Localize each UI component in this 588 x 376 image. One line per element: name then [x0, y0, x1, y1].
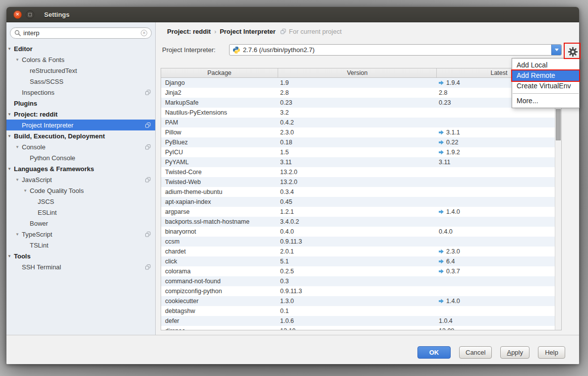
tree-item-typescript[interactable]: ▼TypeScript — [6, 229, 155, 240]
collapse-arrow-icon[interactable]: ▼ — [15, 178, 22, 182]
collapse-arrow-icon[interactable]: ▼ — [7, 47, 14, 51]
column-header-version[interactable]: Version — [278, 68, 437, 77]
table-row-colorama[interactable]: colorama0.2.50.3.7 — [161, 266, 561, 276]
interpreter-gear-button[interactable] — [566, 45, 579, 58]
chevron-down-icon — [555, 49, 559, 51]
tree-item-jscs[interactable]: JSCS — [6, 196, 155, 207]
tree-item-label: Inspections — [22, 89, 55, 96]
cell-version: 0.23 — [278, 99, 437, 106]
collapse-arrow-icon[interactable]: ▼ — [15, 232, 22, 237]
table-row-pyyaml[interactable]: PyYAML3.113.11 — [161, 157, 561, 167]
cell-package: Pillow — [161, 129, 278, 136]
cell-package: argparse — [161, 208, 278, 215]
table-row-pybluez[interactable]: PyBluez0.180.22 — [161, 137, 561, 147]
table-row-defer[interactable]: defer1.0.61.0.4 — [161, 316, 561, 326]
settings-sidebar: ✕ ▼Editor▼Colors & FontsreStructuredText… — [6, 22, 156, 335]
menu-item-add-local[interactable]: Add Local — [512, 60, 579, 70]
menu-item-create-virtualenv[interactable]: Create VirtualEnv — [512, 81, 579, 91]
table-row-binaryornot[interactable]: binaryornot0.4.00.4.0 — [161, 227, 561, 237]
collapse-arrow-icon[interactable]: ▼ — [7, 134, 14, 138]
for-current-project-label: For current project — [289, 28, 342, 35]
table-row-chardet[interactable]: chardet2.0.12.3.0 — [161, 247, 561, 256]
scrollbar-thumb[interactable] — [556, 109, 561, 140]
search-box[interactable]: ✕ — [10, 27, 152, 39]
table-row-jinja2[interactable]: Jinja22.82.8 — [161, 88, 561, 98]
tree-item-ssh-terminal[interactable]: SSH Terminal — [6, 261, 155, 272]
tree-item-code-quality-tools[interactable]: ▼Code Quality Tools — [6, 185, 155, 196]
tree-item-languages-frameworks[interactable]: ▼Languages & Frameworks — [6, 163, 155, 174]
tree-item-project-reddit[interactable]: ▼Project: reddit — [6, 109, 155, 120]
menu-item-more[interactable]: More... — [512, 96, 579, 106]
tree-item-restructuredtext[interactable]: reStructuredText — [6, 65, 155, 76]
table-row-cookiecutter[interactable]: cookiecutter1.3.01.4.0 — [161, 296, 561, 306]
tree-item-plugins[interactable]: Plugins — [6, 98, 155, 109]
table-row-backports-ssl-match-hostname[interactable]: backports.ssl-match-hostname3.4.0.2 — [161, 217, 561, 227]
cell-version: 3.4.0.2 — [278, 218, 437, 225]
menu-item-add-remote[interactable]: Add Remote — [512, 70, 579, 81]
search-input[interactable] — [23, 29, 141, 37]
table-row-command-not-found[interactable]: command-not-found0.3 — [161, 276, 561, 286]
table-row-pam[interactable]: PAM0.4.2 — [161, 118, 561, 127]
menu-separator — [513, 93, 579, 94]
tree-item-label: JSCS — [38, 198, 54, 205]
cell-package: Jinja2 — [161, 89, 278, 96]
collapse-arrow-icon[interactable]: ▼ — [23, 188, 30, 193]
combobox-dropdown-button[interactable] — [551, 45, 561, 55]
tree-item-label: JavaScript — [22, 176, 52, 184]
tree-item-label: Project: reddit — [14, 111, 58, 118]
tree-item-tools[interactable]: ▼Tools — [6, 251, 155, 261]
settings-dialog: ✕ Settings ✕ ▼Editor▼Colors & FontsreStr… — [6, 7, 579, 364]
table-row-nautilus-pyextensions[interactable]: Nautilus-PyExtensions3.2 — [161, 108, 561, 118]
collapse-arrow-icon[interactable]: ▼ — [7, 167, 14, 171]
collapse-arrow-icon[interactable]: ▼ — [15, 145, 22, 149]
table-row-twisted-web[interactable]: Twisted-Web13.2.0 — [161, 177, 561, 187]
python-icon — [233, 46, 240, 54]
tree-item-bower[interactable]: Bower — [6, 218, 155, 229]
table-row-apt-xapian-index[interactable]: apt-xapian-index0.45 — [161, 197, 561, 207]
apply-button[interactable]: Apply — [500, 346, 529, 359]
help-button[interactable]: Help — [538, 346, 565, 359]
tree-item-tslint[interactable]: TSLint — [6, 240, 155, 251]
cancel-button[interactable]: Cancel — [459, 346, 492, 359]
cell-package: PAM — [161, 119, 278, 126]
table-row-ccsm[interactable]: ccsm0.9.11.3 — [161, 237, 561, 247]
table-row-compizconfig-python[interactable]: compizconfig-python0.9.11.3 — [161, 286, 561, 296]
table-row-debtagshw[interactable]: debtagshw0.1 — [161, 306, 561, 316]
table-scrollbar[interactable] — [555, 78, 561, 330]
collapse-arrow-icon[interactable]: ▼ — [7, 112, 14, 117]
column-header-package[interactable]: Package — [161, 68, 278, 77]
close-button[interactable]: ✕ — [13, 10, 22, 19]
tree-item-colors-fonts[interactable]: ▼Colors & Fonts — [6, 54, 155, 65]
ok-button[interactable]: OK — [417, 346, 451, 359]
tree-item-inspections[interactable]: Inspections — [6, 87, 155, 98]
tree-item-python-console[interactable]: Python Console — [6, 152, 155, 163]
table-row-argparse[interactable]: argparse1.2.11.4.0 — [161, 207, 561, 217]
tree-item-sass-scss[interactable]: Sass/SCSS — [6, 76, 155, 87]
upgrade-arrow-icon — [439, 249, 444, 254]
tree-item-build-execution-deployment[interactable]: ▼Build, Execution, Deployment — [6, 130, 155, 141]
latest-version-text: 0.22 — [446, 139, 458, 146]
tree-item-label: Colors & Fonts — [22, 56, 64, 63]
collapse-arrow-icon[interactable]: ▼ — [7, 254, 14, 258]
cell-version: 0.2.5 — [278, 268, 437, 275]
table-row-pyicu[interactable]: PyICU1.51.9.2 — [161, 147, 561, 157]
interpreter-combobox[interactable]: 2.7.6 (/usr/bin/python2.7) — [229, 44, 562, 56]
collapse-arrow-icon[interactable]: ▼ — [15, 58, 22, 62]
cell-latest: 3.1.1 — [437, 129, 556, 136]
maximize-button[interactable] — [26, 10, 34, 19]
table-row-twisted-core[interactable]: Twisted-Core13.2.0 — [161, 167, 561, 177]
table-body: Django1.91.9.4Jinja22.82.8MarkupSafe0.23… — [161, 78, 561, 330]
help-button-label: Help — [544, 349, 559, 356]
table-row-click[interactable]: click5.16.4 — [161, 256, 561, 266]
table-row-django[interactable]: Django1.91.9.4 — [161, 78, 561, 88]
table-row-dirspec[interactable]: dirspec13.1013.08 — [161, 326, 561, 330]
tree-item-console[interactable]: ▼Console — [6, 141, 155, 152]
tree-item-project-interpreter[interactable]: Project Interpreter — [6, 120, 155, 130]
tree-item-javascript[interactable]: ▼JavaScript — [6, 174, 155, 185]
tree-item-eslint[interactable]: ESLint — [6, 207, 155, 218]
table-row-markupsafe[interactable]: MarkupSafe0.230.23 — [161, 98, 561, 108]
clear-search-icon[interactable]: ✕ — [141, 30, 147, 36]
table-row-adium-theme-ubuntu[interactable]: adium-theme-ubuntu0.3.4 — [161, 187, 561, 197]
tree-item-editor[interactable]: ▼Editor — [6, 43, 155, 54]
table-row-pillow[interactable]: Pillow2.3.03.1.1 — [161, 127, 561, 137]
